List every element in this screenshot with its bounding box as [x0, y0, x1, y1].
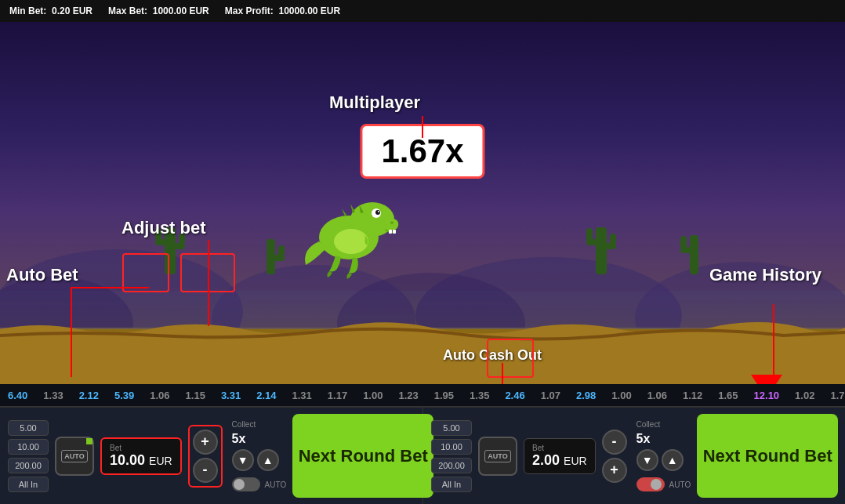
left-quick-bet-1[interactable]: 5.00	[8, 420, 49, 436]
right-bet-box: Bet 2.00 EUR	[524, 438, 596, 474]
svg-point-10	[375, 210, 380, 215]
left-bet-label: Bet	[110, 444, 172, 452]
auto-bet-hline	[71, 287, 149, 288]
right-auto-text: AUTO	[669, 480, 691, 489]
right-collect-down[interactable]: ▼	[636, 449, 658, 471]
auto-bet-line	[71, 287, 72, 377]
number-bar-item: 12.10	[746, 390, 788, 401]
left-auto-row: AUTO	[232, 477, 287, 491]
left-quick-bets: 5.00 10.00 200.00 All In	[8, 420, 49, 492]
number-bar-item: 2.98	[568, 390, 604, 401]
left-collect-section: Collect 5x ▼ ▲ AUTO	[232, 420, 287, 491]
right-quick-bet-1[interactable]: 5.00	[431, 420, 472, 436]
number-bar-item: 1.23	[390, 390, 426, 401]
right-auto-button[interactable]: AUTO	[478, 437, 517, 476]
right-bet-label: Bet	[532, 444, 587, 452]
left-collect-label: Collect	[232, 420, 287, 429]
right-bet-amount: 2.00	[532, 452, 560, 469]
ground-terrain	[0, 314, 845, 384]
bottom-panel: 5.00 10.00 200.00 All In AUTO Bet 10.00 …	[0, 406, 845, 504]
number-bar-item: 2.46	[497, 390, 532, 401]
max-bet-value: 1000.00 EUR	[153, 5, 209, 16]
left-auto-label: AUTO	[61, 450, 87, 462]
max-bet: Max Bet: 1000.00 EUR	[108, 5, 209, 16]
number-bar-item: 1.35	[462, 390, 497, 401]
max-profit: Max Profit: 10000.00 EUR	[225, 5, 340, 16]
right-collect-value: 5x	[636, 432, 691, 446]
left-bet-currency: EUR	[149, 455, 172, 467]
auto-cashout-line	[502, 363, 503, 386]
number-bar-item: 5.39	[107, 390, 142, 401]
left-quick-bet-2[interactable]: 10.00	[8, 439, 49, 455]
game-area: 1.67x Multiplayer Adjust bet Auto Bet Au…	[0, 22, 845, 406]
number-bar-item: 1.65	[710, 390, 745, 401]
svg-rect-13	[389, 230, 392, 234]
left-collect-value: 5x	[232, 432, 287, 446]
multiplayer-arrow-line	[422, 116, 423, 138]
number-bar-item: 1.31	[285, 390, 320, 401]
right-auto-knob	[651, 479, 662, 490]
right-bet-panel: 5.00 10.00 200.00 All In AUTO Bet 2.00 E…	[423, 408, 845, 504]
svg-rect-14	[393, 230, 396, 234]
right-increment-button[interactable]: +	[602, 458, 627, 483]
number-bar-item: 1.12	[675, 390, 710, 401]
number-bar-item: 1.15	[178, 390, 213, 401]
left-next-round-button[interactable]: Next Round Bet	[292, 414, 433, 498]
min-bet-value: 0.20 EUR	[52, 5, 92, 16]
right-collect-section: Collect 5x ▼ ▲ AUTO	[636, 420, 691, 491]
number-bar-item: 1.00	[355, 390, 390, 401]
svg-point-12	[390, 222, 393, 224]
cactus-1	[165, 227, 176, 274]
left-quick-bet-3[interactable]: 200.00	[8, 458, 49, 473]
right-auto-toggle[interactable]	[636, 477, 665, 491]
left-decrement-button[interactable]: -	[193, 458, 218, 483]
number-bar-item: 1.06	[142, 390, 177, 401]
right-auto-label: AUTO	[484, 450, 510, 462]
number-bar-item: 1.02	[787, 390, 822, 401]
number-bar-item: 1.71	[822, 390, 845, 401]
cactus-3	[596, 227, 607, 274]
svg-point-11	[378, 211, 379, 212]
left-quick-bet-allin[interactable]: All In	[8, 477, 49, 492]
right-decrement-button[interactable]: -	[602, 430, 627, 455]
number-bar: 6.401.332.125.391.061.153.312.141.311.17…	[0, 384, 845, 406]
cactus-2	[267, 239, 275, 274]
right-collect-up[interactable]: ▲	[662, 449, 684, 471]
number-bar-item: 2.12	[71, 390, 107, 401]
svg-point-15	[334, 229, 368, 254]
top-bar: Min Bet: 0.20 EUR Max Bet: 1000.00 EUR M…	[0, 0, 845, 22]
number-bar-item: 1.17	[320, 390, 355, 401]
right-bet-currency: EUR	[564, 455, 587, 467]
right-collect-stepper: ▼ ▲	[636, 449, 691, 471]
right-quick-bet-2[interactable]: 10.00	[431, 439, 472, 455]
multiplier-value: 1.67x	[381, 132, 463, 169]
left-bet-amount: 10.00	[110, 452, 145, 469]
game-history-line	[773, 304, 774, 379]
right-next-round-button[interactable]: Next Round Bet	[697, 414, 838, 498]
cactus-4	[690, 235, 698, 274]
left-stepper-group: + -	[188, 425, 223, 488]
adjust-bet-line	[208, 240, 209, 326]
right-stepper-group: - +	[602, 430, 627, 483]
left-auto-text: AUTO	[265, 480, 287, 489]
right-quick-bet-3[interactable]: 200.00	[431, 458, 472, 473]
number-bar-item: 1.00	[604, 390, 639, 401]
max-bet-label: Max Bet:	[108, 5, 147, 16]
left-collect-up[interactable]: ▲	[257, 449, 279, 471]
number-bar-item: 2.14	[248, 390, 284, 401]
left-increment-button[interactable]: +	[193, 430, 218, 455]
left-auto-knob	[234, 479, 245, 490]
left-bet-box: Bet 10.00 EUR	[100, 437, 182, 475]
dinosaur	[298, 179, 400, 281]
right-quick-bet-allin[interactable]: All In	[431, 477, 472, 492]
left-collect-down[interactable]: ▼	[232, 449, 254, 471]
right-auto-row: AUTO	[636, 477, 691, 491]
number-bar-item: 1.07	[533, 390, 568, 401]
min-bet-label: Min Bet:	[9, 5, 46, 16]
number-bar-item: 3.31	[213, 390, 248, 401]
left-bet-panel: 5.00 10.00 200.00 All In AUTO Bet 10.00 …	[0, 408, 423, 504]
number-bar-item: 1.33	[35, 390, 71, 401]
left-collect-stepper: ▼ ▲	[232, 449, 287, 471]
right-collect-label: Collect	[636, 420, 691, 429]
left-auto-toggle[interactable]	[232, 477, 260, 491]
